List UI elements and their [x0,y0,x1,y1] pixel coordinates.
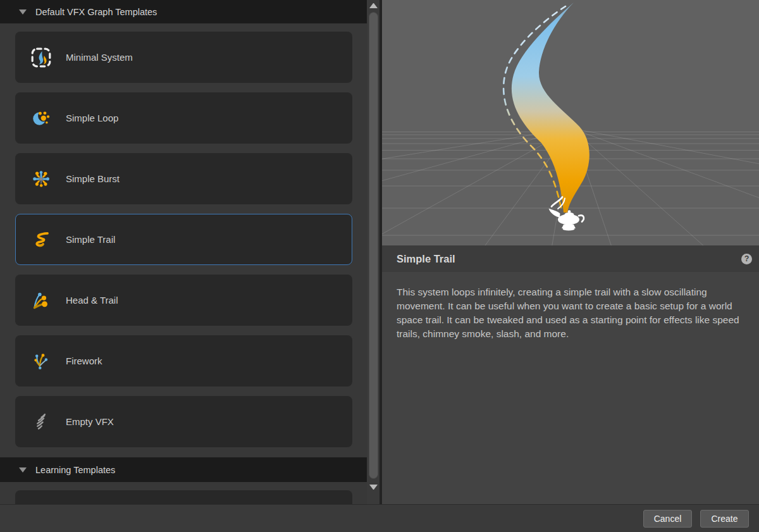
cancel-button[interactable]: Cancel [643,510,692,528]
footer-bar: Cancel Create [0,504,759,532]
template-item-label: Simple Burst [66,173,120,184]
head-trail-icon [30,290,52,311]
empty-vfx-icon [30,411,52,433]
create-button[interactable]: Create [700,510,749,528]
template-item-head-trail[interactable]: Head & Trail [15,275,352,326]
simple-burst-icon [30,168,52,190]
template-item-label: Simple Trail [66,234,115,245]
detail-body: This system loops infinitely, creating a… [382,272,759,504]
template-item-empty-vfx[interactable]: Empty VFX [15,396,352,447]
detail-description: This system loops infinitely, creating a… [397,285,748,341]
template-item-label: Firework [66,356,102,366]
template-item-label: Head & Trail [66,295,118,306]
detail-title: Simple Trail [397,253,741,265]
template-item-simple-loop[interactable]: Simple Loop [15,92,352,144]
template-item-label: Simple Loop [66,113,118,123]
vfx-template-dialog: Default VFX Graph Templates Minimal Syst… [0,0,759,532]
section-header-learning-templates[interactable]: Learning Templates [0,457,367,482]
template-list-panel: Default VFX Graph Templates Minimal Syst… [0,0,367,504]
simple-loop-icon [30,108,52,129]
firework-icon [30,350,52,372]
section-header-label: Learning Templates [35,465,115,475]
template-item-simple-burst[interactable]: Simple Burst [15,153,352,204]
minimal-system-icon [30,47,52,68]
foldout-triangle-icon [19,467,27,473]
vertical-scrollbar[interactable] [367,0,379,504]
template-preview-image [382,0,759,245]
template-item-firework[interactable]: Firework [15,335,352,387]
foldout-triangle-icon [19,9,27,15]
scroll-up-icon[interactable] [369,3,378,8]
scroll-down-icon[interactable] [369,485,378,490]
template-item-label: Empty VFX [66,416,114,427]
detail-titlebar: Simple Trail ? [382,245,759,272]
simple-trail-icon [30,229,52,251]
section-header-default-templates[interactable]: Default VFX Graph Templates [0,0,367,23]
template-item-minimal-system[interactable]: Minimal System [15,32,352,83]
trail-ribbon [512,3,589,213]
template-item-partially-visible[interactable] [15,490,352,504]
template-item-simple-trail[interactable]: Simple Trail [15,214,352,265]
help-icon[interactable]: ? [741,254,752,264]
simple-trail-preview-art [382,0,759,245]
scrollbar-thumb[interactable] [369,12,378,479]
section-header-label: Default VFX Graph Templates [35,7,157,17]
template-item-label: Minimal System [66,52,133,63]
